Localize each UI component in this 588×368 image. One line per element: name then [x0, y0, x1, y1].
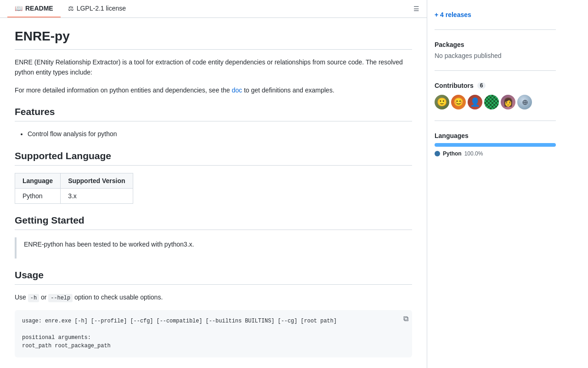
usage-code1: -h [28, 294, 39, 302]
usage-before: Use [15, 293, 26, 301]
contributor-avatar-5[interactable]: 👩 [501, 95, 515, 109]
table-row: Python 3.x [15, 188, 133, 203]
table-header-language: Language [15, 173, 61, 188]
contributor-avatar-3[interactable]: 👤 [468, 95, 482, 109]
packages-empty-text: No packages published [435, 52, 556, 59]
feature-item-1: Control flow analysis for python [28, 130, 117, 138]
tab-readme[interactable]: 📖 README [7, 0, 61, 17]
contributors-header: Contributors 6 [435, 82, 556, 89]
tabs-left: 📖 README ⚖ LGPL-2.1 license [7, 0, 133, 17]
languages-title: Languages [435, 132, 556, 139]
table-header-row: Language Supported Version [15, 173, 133, 188]
license-tab-label: LGPL-2.1 license [77, 5, 126, 12]
contributor-avatar-6[interactable]: ⊕ [517, 95, 532, 109]
getting-started-blockquote: ENRE-python has been tested to be worked… [15, 237, 412, 259]
contributors-section: Contributors 6 🙂 😊 👤 👩 [435, 82, 556, 121]
contributors-count: 6 [477, 82, 486, 89]
contributors-avatars: 🙂 😊 👤 👩 ⊕ [435, 95, 556, 109]
releases-section: + 4 releases [435, 11, 556, 30]
code-line-3: positional arguments: [22, 334, 405, 342]
features-list: Control flow analysis for python [15, 129, 412, 139]
readme-icon: 📖 [15, 5, 23, 12]
python-pct: 100.0% [464, 150, 483, 157]
usage-or: or [41, 293, 48, 301]
language-bar [435, 143, 556, 147]
usage-description: Use -h or --help option to check usable … [15, 292, 412, 303]
releases-link[interactable]: + 4 releases [435, 11, 471, 18]
table-cell-version: 3.x [61, 188, 133, 203]
packages-section: Packages No packages published [435, 41, 556, 71]
intro2-after: to get definitions and examples. [244, 86, 334, 94]
code-line-2 [22, 326, 405, 334]
tab-license[interactable]: ⚖ LGPL-2.1 license [61, 0, 133, 17]
table-header-version: Supported Version [61, 173, 133, 188]
copy-icon[interactable]: ⧉ [403, 314, 408, 325]
blockquote-text: ENRE-python has been tested to be worked… [24, 239, 405, 249]
code-line-1: usage: enre.exe [-h] [--profile] [--cfg]… [22, 317, 405, 326]
language-item-python: Python 100.0% [435, 150, 556, 157]
python-name: Python [443, 150, 462, 157]
readme-tab-label: README [25, 5, 53, 12]
usage-code2: --help [48, 294, 73, 302]
intro-paragraph-1: ENRE (ENtity Relationship Extractor) is … [15, 57, 412, 78]
table-cell-language: Python [15, 188, 61, 203]
python-dot [435, 151, 440, 156]
usage-heading: Usage [15, 270, 412, 285]
readme-title: ENRE-py [15, 29, 412, 50]
supported-language-heading: Supported Language [15, 150, 412, 166]
contributor-avatar-4[interactable] [484, 95, 499, 109]
code-line-4: root_path root_package_path [22, 342, 405, 351]
intro2-before: For more detailed information on python … [15, 86, 230, 94]
supported-language-table: Language Supported Version Python 3.x [15, 173, 133, 204]
languages-section: Languages Python 100.0% [435, 132, 556, 168]
features-heading: Features [15, 106, 412, 121]
getting-started-heading: Getting Started [15, 215, 412, 230]
code-block: ⧉ usage: enre.exe [-h] [--profile] [--cf… [15, 310, 412, 357]
sidebar: + 4 releases Packages No packages publis… [427, 0, 563, 368]
contributor-avatar-1[interactable]: 🙂 [435, 95, 449, 109]
list-icon[interactable]: ☰ [413, 5, 419, 12]
main-content: 📖 README ⚖ LGPL-2.1 license ☰ ENRE-py EN… [0, 0, 427, 368]
intro-paragraph-2: For more detailed information on python … [15, 85, 412, 95]
contributors-title: Contributors [435, 82, 474, 89]
tabs-bar: 📖 README ⚖ LGPL-2.1 license ☰ [0, 0, 427, 18]
doc-link[interactable]: doc [232, 86, 242, 94]
features-list-item: Control flow analysis for python [28, 129, 412, 139]
usage-after: option to check usable options. [74, 293, 163, 301]
license-icon: ⚖ [68, 5, 74, 12]
contributor-avatar-2[interactable]: 😊 [451, 95, 466, 109]
readme-content: ENRE-py ENRE (ENtity Relationship Extrac… [0, 18, 427, 368]
packages-title: Packages [435, 41, 556, 48]
